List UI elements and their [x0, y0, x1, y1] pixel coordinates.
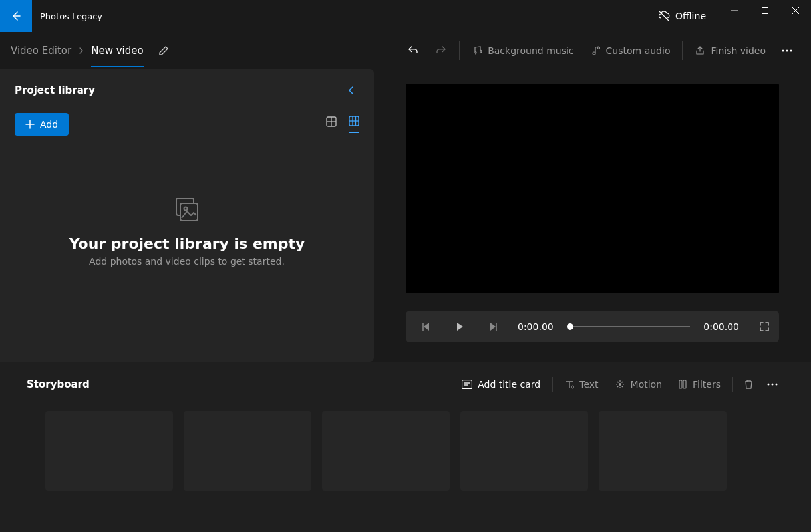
- breadcrumb-current[interactable]: New video: [91, 45, 143, 67]
- storyboard-more-button[interactable]: [760, 379, 784, 390]
- svg-rect-3: [762, 8, 768, 14]
- app-title: Photos Legacy: [40, 11, 102, 21]
- custom-audio-label: Custom audio: [606, 45, 671, 56]
- background-music-button[interactable]: Background music: [464, 40, 581, 61]
- svg-point-8: [782, 50, 784, 52]
- text-button[interactable]: Text: [557, 375, 606, 394]
- playback-controls: 0:00.00 0:00.00: [406, 311, 779, 342]
- svg-rect-21: [180, 203, 198, 221]
- step-back-button[interactable]: [415, 315, 438, 338]
- project-library-panel: Project library Add: [0, 69, 374, 362]
- cloud-off-icon: [658, 10, 670, 22]
- storyboard-slot[interactable]: [45, 411, 173, 491]
- close-button[interactable]: [780, 0, 811, 21]
- storyboard-slot[interactable]: [599, 411, 727, 491]
- titlebar: Photos Legacy Offline: [0, 0, 811, 32]
- small-tiles-view-button[interactable]: [349, 116, 359, 133]
- step-forward-button[interactable]: [482, 315, 504, 338]
- maximize-button[interactable]: [750, 0, 780, 21]
- undo-icon: [407, 45, 419, 57]
- minimize-icon: [731, 7, 738, 14]
- separator: [682, 41, 683, 60]
- svg-point-9: [786, 50, 788, 52]
- empty-subtitle: Add photos and video clips to get starte…: [15, 256, 359, 267]
- skip-back-icon: [421, 321, 432, 332]
- separator: [552, 377, 553, 392]
- collapse-library-button[interactable]: [343, 82, 359, 98]
- redo-button[interactable]: [427, 39, 455, 62]
- main-area: Project library Add: [0, 69, 811, 362]
- svg-line-1: [659, 11, 669, 21]
- play-button[interactable]: [448, 315, 471, 338]
- delete-clip-button[interactable]: [737, 375, 760, 394]
- back-button[interactable]: [0, 0, 32, 32]
- svg-point-34: [776, 384, 778, 386]
- grid-2x2-icon: [326, 116, 337, 127]
- svg-rect-31: [683, 380, 686, 388]
- svg-point-10: [790, 50, 792, 52]
- export-icon: [695, 45, 705, 56]
- add-media-label: Add: [40, 119, 58, 130]
- svg-point-29: [619, 383, 621, 386]
- maximize-icon: [762, 7, 768, 14]
- fullscreen-button[interactable]: [759, 321, 770, 332]
- filters-button[interactable]: Filters: [670, 375, 729, 394]
- svg-point-7: [597, 47, 599, 49]
- window-controls: [719, 11, 811, 21]
- more-icon: [767, 383, 778, 386]
- project-library-title: Project library: [15, 84, 95, 96]
- offline-label: Offline: [675, 11, 706, 21]
- offline-indicator[interactable]: Offline: [645, 0, 719, 32]
- seek-bar[interactable]: [567, 326, 691, 327]
- svg-point-28: [571, 386, 574, 388]
- storyboard-slots: [27, 411, 784, 491]
- storyboard-slot[interactable]: [460, 411, 588, 491]
- editor-toolbar: Video Editor New video Background music: [0, 32, 811, 69]
- storyboard-slot[interactable]: [184, 411, 311, 491]
- add-title-card-label: Add title card: [478, 379, 540, 390]
- text-icon: [565, 380, 574, 389]
- separator: [732, 377, 733, 392]
- svg-point-32: [768, 384, 770, 386]
- plus-icon: [25, 120, 35, 129]
- rename-button[interactable]: [153, 40, 174, 61]
- custom-audio-button[interactable]: Custom audio: [582, 40, 679, 61]
- minimize-button[interactable]: [719, 0, 750, 21]
- seek-handle[interactable]: [567, 323, 573, 330]
- chevron-right-icon: [78, 47, 84, 54]
- more-icon: [782, 49, 792, 52]
- large-tiles-view-button[interactable]: [326, 116, 337, 132]
- storyboard-title: Storyboard: [27, 378, 90, 390]
- total-time: 0:00.00: [697, 321, 746, 332]
- add-media-button[interactable]: Add: [15, 113, 69, 136]
- separator: [459, 41, 460, 60]
- chevron-left-icon: [347, 86, 355, 94]
- play-icon: [454, 321, 465, 332]
- video-preview[interactable]: [406, 84, 779, 293]
- trash-icon: [744, 379, 754, 390]
- audio-icon: [590, 45, 601, 56]
- storyboard-panel: Storyboard Add title card Text Motion: [0, 362, 811, 532]
- current-time: 0:00.00: [511, 321, 560, 332]
- library-empty-state: Your project library is empty Add photos…: [15, 196, 359, 267]
- storyboard-slot[interactable]: [322, 411, 450, 491]
- music-icon: [472, 45, 482, 56]
- filters-label: Filters: [693, 379, 721, 390]
- add-title-card-button[interactable]: Add title card: [454, 375, 548, 394]
- toolbar-more-button[interactable]: [774, 49, 800, 52]
- close-icon: [792, 7, 799, 14]
- fullscreen-icon: [759, 321, 770, 332]
- undo-button[interactable]: [399, 39, 427, 62]
- motion-icon: [615, 379, 625, 390]
- redo-icon: [435, 45, 447, 57]
- motion-button[interactable]: Motion: [607, 375, 670, 394]
- svg-rect-30: [679, 380, 682, 388]
- empty-library-icon: [15, 196, 359, 225]
- finish-video-button[interactable]: Finish video: [687, 40, 774, 61]
- svg-rect-25: [462, 380, 472, 389]
- empty-title: Your project library is empty: [15, 235, 359, 252]
- motion-label: Motion: [631, 379, 662, 390]
- text-label: Text: [579, 379, 598, 390]
- breadcrumb-root[interactable]: Video Editor: [11, 45, 71, 57]
- grid-3x3-icon: [349, 116, 359, 126]
